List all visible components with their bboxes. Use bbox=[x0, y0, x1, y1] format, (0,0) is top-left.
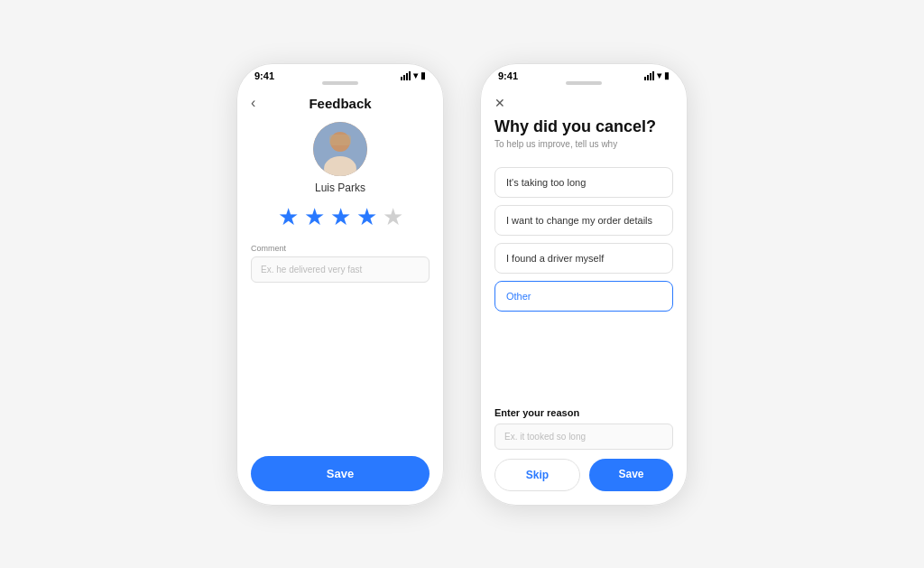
status-icons-1: ▾ ▮ bbox=[401, 70, 426, 80]
reason-input[interactable]: Ex. it tooked so long bbox=[494, 424, 673, 450]
save-button[interactable]: Save bbox=[251, 456, 430, 491]
star-rating[interactable]: ★ ★ ★ ★ ★ bbox=[251, 203, 430, 231]
notch-2 bbox=[480, 81, 688, 85]
reason-option-4[interactable]: Other bbox=[494, 281, 673, 312]
feedback-header: ‹ Feedback bbox=[251, 87, 430, 122]
bottom-buttons: Skip Save bbox=[494, 459, 673, 491]
star-1[interactable]: ★ bbox=[278, 203, 299, 231]
feedback-content: ‹ Feedback Luis Parks ★ ★ ★ ★ bbox=[236, 87, 444, 506]
cancel-title: Why did you cancel? bbox=[494, 117, 673, 137]
comment-input[interactable]: Ex. he delivered very fast bbox=[251, 256, 430, 283]
star-4[interactable]: ★ bbox=[356, 203, 377, 231]
avatar bbox=[313, 122, 367, 176]
phone-cancel: 9:41 ▾ ▮ ✕ Why did you cancel? To help u… bbox=[480, 63, 688, 506]
notch-1 bbox=[236, 81, 444, 85]
star-3[interactable]: ★ bbox=[330, 203, 351, 231]
battery-icon-2: ▮ bbox=[664, 70, 670, 80]
reason-option-2[interactable]: I want to change my order details bbox=[494, 205, 673, 236]
signal-icon bbox=[401, 71, 411, 80]
star-5[interactable]: ★ bbox=[383, 203, 403, 231]
phone-feedback: 9:41 ▾ ▮ ‹ Feedback bbox=[236, 63, 444, 506]
speaker-1 bbox=[322, 81, 358, 85]
skip-button[interactable]: Skip bbox=[494, 459, 580, 491]
status-time-2: 9:41 bbox=[498, 70, 518, 81]
reason-option-3[interactable]: I found a driver myself bbox=[494, 243, 673, 274]
svg-rect-3 bbox=[329, 135, 351, 145]
cancel-header: ✕ Why did you cancel? To help us improve… bbox=[494, 87, 673, 168]
reason-option-1[interactable]: It's taking too long bbox=[494, 167, 673, 198]
signal-icon-2 bbox=[644, 71, 654, 80]
speaker-2 bbox=[566, 81, 602, 85]
status-icons-2: ▾ ▮ bbox=[644, 70, 670, 80]
status-time-1: 9:41 bbox=[254, 70, 274, 81]
wifi-icon-2: ▾ bbox=[657, 70, 661, 80]
save-button-2[interactable]: Save bbox=[589, 459, 673, 491]
comment-label: Comment bbox=[251, 244, 430, 253]
close-button[interactable]: ✕ bbox=[494, 96, 673, 110]
battery-icon: ▮ bbox=[420, 70, 426, 80]
wifi-icon: ▾ bbox=[413, 70, 418, 80]
star-2[interactable]: ★ bbox=[304, 203, 325, 231]
cancel-content: ✕ Why did you cancel? To help us improve… bbox=[480, 87, 688, 506]
avatar-image bbox=[313, 122, 367, 176]
feedback-title: Feedback bbox=[309, 96, 371, 111]
avatar-section: Luis Parks bbox=[251, 122, 430, 194]
app-container: 9:41 ▾ ▮ ‹ Feedback bbox=[0, 0, 924, 568]
user-name: Luis Parks bbox=[315, 182, 365, 194]
cancel-subtitle: To help us improve, tell us why bbox=[494, 139, 673, 149]
back-button[interactable]: ‹ bbox=[251, 95, 255, 111]
enter-reason-label: Enter your reason bbox=[494, 407, 673, 418]
